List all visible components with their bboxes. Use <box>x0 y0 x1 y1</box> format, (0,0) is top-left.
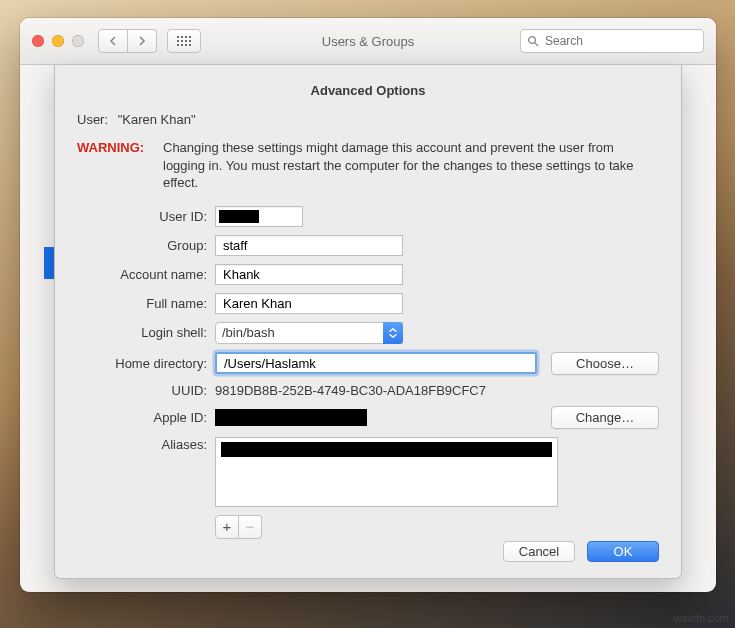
svg-rect-5 <box>181 40 183 42</box>
window-body: Advanced Options User: "Karen Khan" WARN… <box>20 65 716 593</box>
show-all-button[interactable] <box>167 29 201 53</box>
full-name-input[interactable] <box>221 295 397 312</box>
user-id-field[interactable] <box>215 206 303 227</box>
close-window-button[interactable] <box>32 35 44 47</box>
alias-item-redacted[interactable] <box>221 442 552 457</box>
apple-id-label: Apple ID: <box>77 410 215 425</box>
search-icon <box>527 35 539 47</box>
ok-button[interactable]: OK <box>587 541 659 562</box>
nav-group <box>98 29 157 53</box>
search-input[interactable] <box>543 33 697 49</box>
svg-rect-10 <box>185 44 187 46</box>
home-dir-field[interactable] <box>215 352 537 374</box>
minimize-window-button[interactable] <box>52 35 64 47</box>
cancel-button[interactable]: Cancel <box>503 541 575 562</box>
svg-point-12 <box>529 37 536 44</box>
account-name-input[interactable] <box>221 266 397 283</box>
svg-rect-7 <box>189 40 191 42</box>
user-line: User: "Karen Khan" <box>77 112 659 127</box>
svg-rect-9 <box>181 44 183 46</box>
login-shell-select[interactable]: /bin/bash <box>215 322 403 344</box>
desktop-background: Users & Groups Advanced Options User: "K… <box>0 0 735 628</box>
search-field-wrap[interactable] <box>520 29 704 53</box>
group-label: Group: <box>77 238 215 253</box>
advanced-options-sheet: Advanced Options User: "Karen Khan" WARN… <box>54 65 682 579</box>
user-id-input[interactable] <box>221 208 297 225</box>
login-shell-value: /bin/bash <box>222 325 275 340</box>
uuid-value: 9819DB8B-252B-4749-BC30-ADA18FB9CFC7 <box>215 383 486 398</box>
warning-block: WARNING: Changing these settings might d… <box>77 139 659 192</box>
apple-id-value-redacted <box>215 409 367 426</box>
warning-text: Changing these settings might damage thi… <box>163 139 659 192</box>
group-input[interactable] <box>221 237 397 254</box>
uuid-label: UUID: <box>77 383 215 398</box>
svg-rect-2 <box>185 36 187 38</box>
user-id-label: User ID: <box>77 209 215 224</box>
remove-alias-button[interactable]: − <box>239 515 262 539</box>
full-name-field[interactable] <box>215 293 403 314</box>
zoom-window-button[interactable] <box>72 35 84 47</box>
svg-line-13 <box>535 43 538 46</box>
home-dir-label: Home directory: <box>77 356 215 371</box>
login-shell-label: Login shell: <box>77 325 215 340</box>
forward-button[interactable] <box>128 29 157 53</box>
sheet-title: Advanced Options <box>77 83 659 98</box>
aliases-label: Aliases: <box>77 437 215 452</box>
choose-button[interactable]: Choose… <box>551 352 659 375</box>
full-name-label: Full name: <box>77 296 215 311</box>
svg-rect-6 <box>185 40 187 42</box>
user-value: "Karen Khan" <box>118 112 196 127</box>
preferences-window: Users & Groups Advanced Options User: "K… <box>20 18 716 592</box>
watermark: wsxdn.com <box>674 612 729 624</box>
warning-label: WARNING: <box>77 139 163 192</box>
add-alias-button[interactable]: + <box>215 515 239 539</box>
user-label: User: <box>77 112 108 127</box>
account-name-label: Account name: <box>77 267 215 282</box>
svg-rect-11 <box>189 44 191 46</box>
svg-rect-0 <box>177 36 179 38</box>
back-button[interactable] <box>98 29 128 53</box>
svg-rect-3 <box>189 36 191 38</box>
alias-add-remove: + − <box>215 515 659 539</box>
window-titlebar: Users & Groups <box>20 18 716 65</box>
account-name-field[interactable] <box>215 264 403 285</box>
window-controls <box>32 35 84 47</box>
svg-rect-4 <box>177 40 179 42</box>
svg-rect-8 <box>177 44 179 46</box>
svg-rect-1 <box>181 36 183 38</box>
group-field[interactable] <box>215 235 403 256</box>
change-button[interactable]: Change… <box>551 406 659 429</box>
select-arrow-icon <box>383 322 403 344</box>
aliases-list[interactable] <box>215 437 558 507</box>
home-dir-input[interactable] <box>222 355 530 372</box>
sheet-footer: Cancel OK <box>503 541 659 562</box>
